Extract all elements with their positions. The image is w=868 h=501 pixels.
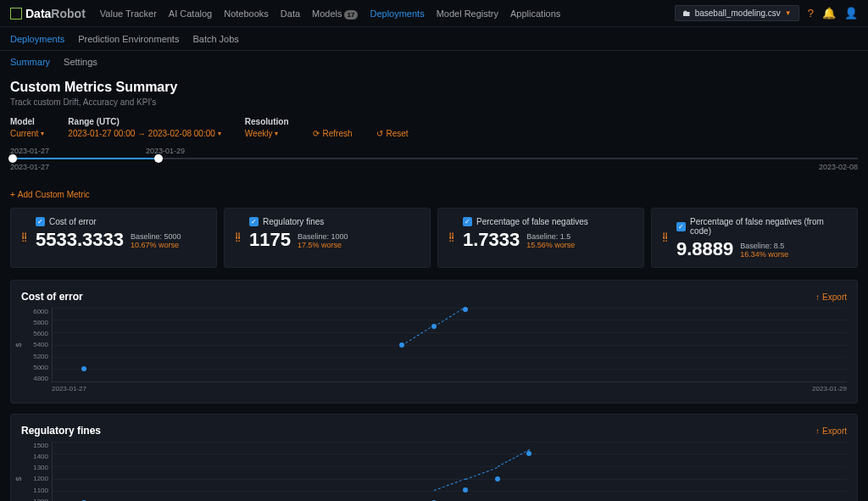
drag-handle-icon[interactable]: ⠿⠿: [21, 235, 27, 242]
y-axis-unit: $: [14, 476, 23, 481]
file-selector[interactable]: 🖿 baseball_modeling.csv ▼: [675, 5, 799, 21]
export-button[interactable]: ↑Export: [815, 426, 847, 436]
drag-handle-icon[interactable]: ⠿⠿: [662, 235, 668, 242]
export-label: Export: [822, 292, 847, 302]
data-point: [463, 487, 468, 493]
nav-notebooks[interactable]: Notebooks: [224, 8, 269, 19]
checkbox-icon[interactable]: ✓: [463, 217, 472, 226]
nav-models[interactable]: Models17: [312, 8, 358, 19]
page-title: Custom Metrics Summary: [10, 80, 858, 95]
user-icon[interactable]: 👤: [844, 7, 858, 19]
subnav-batch-jobs[interactable]: Batch Jobs: [192, 34, 238, 44]
y-tick: 1000: [21, 498, 48, 501]
card-baseline: Baseline: 1.5: [526, 232, 575, 241]
tab-settings[interactable]: Settings: [64, 57, 97, 67]
page-subtitle: Track custom Drift, Accuracy and KPI's: [10, 97, 858, 107]
data-point: [495, 476, 500, 482]
card-baseline: Baseline: 5000: [131, 232, 181, 241]
card-delta: 10.67% worse: [131, 241, 181, 249]
chart-title: Regulatory fines: [21, 425, 101, 437]
date-slider[interactable]: 2023-01-27 2023-01-29 2023-01-27 2023-02…: [10, 147, 858, 171]
tabs: Summary Settings: [0, 51, 868, 73]
y-tick: 5000: [21, 364, 48, 371]
drag-handle-icon[interactable]: ⠿⠿: [235, 235, 241, 242]
topnav-right: 🖿 baseball_modeling.csv ▼ ? 🔔 👤: [675, 5, 858, 21]
help-icon[interactable]: ?: [808, 7, 814, 19]
card-baseline: Baseline: 8.5: [740, 242, 788, 250]
slider-bottom-left: 2023-01-27: [10, 163, 49, 171]
range-dropdown[interactable]: 2023-01-27 00:00 → 2023-02-08 00:00▾: [68, 129, 220, 138]
chart-cost-of-error: Cost of error ↑Export $ 6000 5800 5600 5…: [10, 280, 858, 404]
logo-icon: [10, 8, 22, 19]
tab-summary[interactable]: Summary: [10, 57, 50, 67]
data-point: [399, 342, 404, 348]
reset-button[interactable]: ↺Reset: [376, 129, 409, 138]
nav-deployments[interactable]: Deployments: [370, 8, 424, 19]
folder-icon: 🖿: [682, 8, 691, 18]
nav-applications[interactable]: Applications: [510, 8, 560, 19]
slider-handle-start[interactable]: [8, 154, 17, 163]
add-custom-metric-button[interactable]: + Add Custom Metric: [10, 190, 90, 199]
range-value: 2023-01-27 00:00 → 2023-02-08 00:00: [68, 129, 214, 138]
chart-area: $ 6000 5800 5600 5400 5200 5000 4800: [21, 308, 847, 382]
card-baseline: Baseline: 1000: [298, 232, 348, 241]
data-point: [463, 307, 468, 312]
y-tick: 1400: [21, 453, 48, 460]
resolution-label: Resolution: [245, 117, 289, 126]
refresh-button[interactable]: ⟳Refresh: [313, 129, 353, 138]
metric-card-false-negatives-code: ⠿⠿ ✓Percentage of false negatives (from …: [651, 208, 858, 268]
logo[interactable]: DataRobot: [10, 7, 86, 20]
range-label: Range (UTC): [68, 117, 220, 126]
y-tick: 4800: [21, 375, 48, 382]
metric-card-false-negatives: ⠿⠿ ✓Percentage of false negatives 1.7333…: [437, 208, 644, 268]
card-delta: 15.56% worse: [526, 241, 575, 249]
export-button[interactable]: ↑Export: [815, 292, 847, 302]
resolution-dropdown[interactable]: Weekly▾: [245, 129, 289, 138]
resolution-control: Resolution Weekly▾: [245, 117, 289, 138]
data-point: [431, 324, 437, 329]
plot-area: [52, 442, 847, 501]
nav-ai-catalog[interactable]: AI Catalog: [169, 8, 212, 19]
drag-handle-icon[interactable]: ⠿⠿: [448, 235, 454, 242]
chart-area: $ 1500 1400 1300 1200 1100 1000 900: [21, 442, 847, 501]
subnav-deployments[interactable]: Deployments: [10, 34, 64, 44]
card-delta: 16.34% worse: [740, 250, 788, 259]
model-value: Current: [10, 129, 38, 138]
card-value: 9.8889: [676, 240, 733, 259]
model-dropdown[interactable]: Current▾: [10, 129, 44, 138]
card-title: Percentage of false negatives (from code…: [690, 217, 847, 236]
chevron-down-icon: ▾: [218, 130, 221, 137]
controls-row: Model Current▾ Range (UTC) 2023-01-27 00…: [10, 117, 858, 138]
bell-icon[interactable]: 🔔: [822, 7, 836, 19]
y-tick: 1100: [21, 487, 48, 494]
nav-models-label: Models: [312, 8, 342, 19]
checkbox-icon[interactable]: ✓: [36, 217, 45, 226]
nav-model-registry[interactable]: Model Registry: [437, 8, 498, 19]
checkbox-icon[interactable]: ✓: [676, 222, 686, 231]
reset-group: ↺Reset: [376, 117, 409, 138]
chevron-down-icon: ▼: [785, 9, 792, 17]
slider-handle-end[interactable]: [154, 154, 163, 163]
y-axis: 1500 1400 1300 1200 1100 1000 900: [21, 442, 52, 501]
card-title: Regulatory fines: [263, 217, 324, 226]
logo-text-data: Data: [25, 7, 51, 20]
export-label: Export: [822, 426, 847, 436]
metric-cards-row: ⠿⠿ ✓Cost of error 5533.3333 Baseline: 50…: [10, 208, 858, 268]
add-metric-label: Add Custom Metric: [18, 190, 90, 199]
x-tick: 2023-01-29: [812, 385, 847, 392]
y-tick: 1200: [21, 475, 48, 482]
refresh-icon: ⟳: [313, 129, 320, 138]
chevron-down-icon: ▾: [41, 130, 44, 137]
y-tick: 1300: [21, 464, 48, 471]
subnav-prediction-environments[interactable]: Prediction Environments: [78, 34, 179, 44]
y-tick: 5400: [21, 341, 48, 348]
y-tick: 5800: [21, 319, 48, 326]
y-axis-unit: $: [14, 342, 23, 347]
nav-value-tracker[interactable]: Value Tracker: [100, 8, 157, 19]
y-tick: 5600: [21, 330, 48, 337]
checkbox-icon[interactable]: ✓: [249, 217, 259, 226]
plot-area: [52, 308, 847, 382]
nav-data[interactable]: Data: [281, 8, 300, 19]
reset-label: Reset: [387, 129, 409, 138]
model-control: Model Current▾: [10, 117, 44, 138]
